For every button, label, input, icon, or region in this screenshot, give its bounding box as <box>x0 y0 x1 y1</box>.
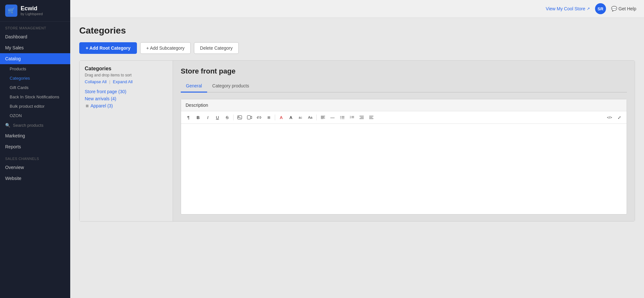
sidebar-logo: 🛒 Ecwid by Lightspeed <box>0 0 70 22</box>
tabs-bar: General Category products <box>181 81 627 93</box>
svg-text:2.: 2. <box>350 117 351 119</box>
categories-layout: Categories Drag and drop items to sort C… <box>79 60 635 222</box>
sidebar-item-overview[interactable]: Overview <box>0 162 70 173</box>
svg-point-11 <box>340 119 341 119</box>
sidebar-sub-back-in-stock[interactable]: Back In Stock Notifications <box>0 92 70 102</box>
add-root-category-button[interactable]: + Add Root Category <box>79 42 137 54</box>
detail-title: Store front page <box>181 67 627 75</box>
category-new-arrivals[interactable]: New arrivals (4) <box>85 95 168 102</box>
toolbar-link[interactable] <box>255 113 263 122</box>
action-bar: + Add Root Category + Add Subcategory De… <box>79 42 635 54</box>
toolbar-video[interactable] <box>245 113 254 122</box>
cat-label-apparel: Apparel (3) <box>91 103 113 108</box>
sidebar-item-catalog[interactable]: Catalog <box>0 53 70 64</box>
topbar: View My Cool Store ↗ SR 💬 Get Help <box>70 0 644 18</box>
logo-sub: by Lightspeed <box>21 12 43 16</box>
search-icon: 🔍 <box>5 123 10 128</box>
toolbar-unordered-list[interactable] <box>338 113 346 122</box>
my-sales-label: My Sales <box>5 45 24 50</box>
cat-label-store-front: Store front page (30) <box>85 89 126 94</box>
editor-toolbar: ¶ B I U S <box>181 111 627 124</box>
sidebar-sub-products[interactable]: Products <box>0 64 70 74</box>
toolbar-image[interactable] <box>235 113 244 122</box>
toolbar-bg-color[interactable]: A <box>287 113 295 122</box>
view-store-label: View My Cool Store <box>546 6 585 11</box>
toolbar-align[interactable] <box>319 113 327 122</box>
toolbar-table[interactable]: ⊞ <box>264 113 273 122</box>
toolbar-source[interactable]: </> <box>605 113 614 122</box>
sidebar-section-sales: Sales channels <box>0 152 70 162</box>
get-help-label: Get Help <box>619 6 636 11</box>
toolbar-sep-2 <box>275 114 275 120</box>
categories-panel-title: Categories <box>85 66 168 72</box>
toolbar-font-size[interactable]: a↕ <box>296 113 305 122</box>
editor-header: Description <box>181 99 627 111</box>
sidebar-sub-categories[interactable]: Categories <box>0 74 70 83</box>
description-editor: Description ¶ B I U S <box>181 99 627 214</box>
main: View My Cool Store ↗ SR 💬 Get Help Categ… <box>70 0 644 298</box>
tab-general[interactable]: General <box>181 81 207 93</box>
toolbar-sep-3 <box>316 114 317 120</box>
toolbar-sep-1 <box>233 114 234 120</box>
detail-panel: Store front page General Category produc… <box>173 61 635 221</box>
toolbar-font-color[interactable]: A <box>277 113 285 122</box>
logo-text: Ecwid by Lightspeed <box>21 5 43 16</box>
search-input[interactable] <box>13 123 65 128</box>
svg-rect-2 <box>247 116 250 119</box>
categories-panel-controls: Collapse All | Expand All <box>85 79 168 84</box>
sidebar-section-store: Store management <box>0 22 70 31</box>
collapse-all-link[interactable]: Collapse All <box>85 79 107 84</box>
logo-icon: 🛒 <box>5 5 17 17</box>
view-store-link[interactable]: View My Cool Store ↗ <box>546 6 590 11</box>
toolbar-italic[interactable]: I <box>204 113 212 122</box>
toolbar-fullscreen[interactable]: ⤢ <box>615 113 623 122</box>
toolbar-font-family[interactable]: Aa <box>306 113 314 122</box>
page-title: Categories <box>79 25 635 36</box>
sidebar-item-marketing[interactable]: Marketing <box>0 130 70 141</box>
toolbar-bold[interactable]: B <box>194 113 202 122</box>
sidebar: 🛒 Ecwid by Lightspeed Store management D… <box>0 0 70 298</box>
user-avatar[interactable]: SR <box>595 3 606 14</box>
toolbar-ordered-list[interactable]: 1.2. <box>348 113 356 122</box>
category-apparel[interactable]: ⊞ Apparel (3) <box>85 102 168 109</box>
sidebar-item-reports[interactable]: Reports <box>0 141 70 152</box>
get-help-link[interactable]: 💬 Get Help <box>611 6 636 12</box>
toolbar-underline[interactable]: U <box>213 113 222 122</box>
logo-main: Ecwid <box>21 5 43 12</box>
svg-point-1 <box>238 116 239 117</box>
sidebar-sub-gift-cards[interactable]: Gift Cards <box>0 83 70 92</box>
toolbar-strikethrough[interactable]: S <box>223 113 231 122</box>
categories-panel: Categories Drag and drop items to sort C… <box>80 61 173 221</box>
toolbar-indent[interactable] <box>357 113 366 122</box>
controls-separator: | <box>109 79 110 84</box>
delete-category-button[interactable]: Delete Category <box>194 42 239 54</box>
svg-point-9 <box>340 117 341 118</box>
sidebar-sub-bulk-editor[interactable]: Bulk product editor <box>0 102 70 111</box>
sidebar-sub-ozon[interactable]: OZON <box>0 111 70 120</box>
svg-point-7 <box>340 116 341 117</box>
expand-all-link[interactable]: Expand All <box>113 79 132 84</box>
toolbar-hr[interactable]: — <box>328 113 337 122</box>
toolbar-paragraph[interactable]: ¶ <box>184 113 193 122</box>
external-link-icon: ↗ <box>587 6 590 11</box>
add-subcategory-button[interactable]: + Add Subcategory <box>140 42 191 54</box>
sidebar-item-my-sales[interactable]: My Sales <box>0 42 70 53</box>
editor-body[interactable] <box>181 124 627 214</box>
chat-icon: 💬 <box>611 6 617 12</box>
categories-panel-desc: Drag and drop items to sort <box>85 73 168 77</box>
cat-label-new-arrivals: New arrivals (4) <box>85 96 116 101</box>
expand-icon-apparel: ⊞ <box>85 104 89 108</box>
toolbar-outdent[interactable] <box>367 113 375 122</box>
tab-category-products[interactable]: Category products <box>207 81 254 93</box>
catalog-label: Catalog <box>5 56 21 61</box>
category-store-front-page[interactable]: Store front page (30) <box>85 88 168 95</box>
sidebar-item-website[interactable]: Website <box>0 173 70 184</box>
sidebar-item-dashboard[interactable]: Dashboard <box>0 31 70 42</box>
sidebar-search[interactable]: 🔍 <box>0 120 70 130</box>
dashboard-label: Dashboard <box>5 34 27 39</box>
page-content: Categories + Add Root Category + Add Sub… <box>70 18 644 298</box>
